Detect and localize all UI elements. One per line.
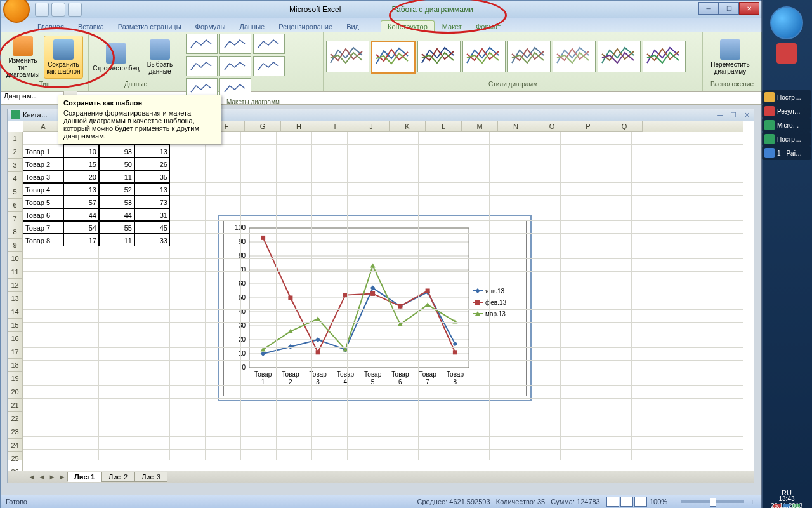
system-clock[interactable]: 13:43 26.11.2013 xyxy=(766,495,807,508)
layout-option[interactable] xyxy=(219,78,251,98)
cell[interactable]: 11 xyxy=(99,234,134,246)
zoom-slider[interactable] xyxy=(681,500,744,503)
qat-undo-icon[interactable] xyxy=(51,3,65,17)
row-header[interactable]: 24 xyxy=(8,439,23,452)
spreadsheet-grid[interactable]: ABCDEFGHIJKLMNOPQ 1234567891011121314151… xyxy=(8,121,754,471)
tab-Вид[interactable]: Вид xyxy=(340,21,365,32)
cell[interactable]: 15 xyxy=(63,157,99,170)
cell[interactable]: 44 xyxy=(63,208,99,221)
column-header[interactable]: I xyxy=(317,121,353,132)
column-header[interactable]: L xyxy=(426,121,462,132)
column-header[interactable]: G xyxy=(245,121,281,132)
sheet-nav-button[interactable]: ► xyxy=(57,473,67,481)
sheet-nav-button[interactable]: ◄ xyxy=(27,473,37,481)
cell[interactable]: 45 xyxy=(134,221,170,234)
style-option[interactable] xyxy=(553,41,596,72)
column-header[interactable]: N xyxy=(498,121,534,132)
cell[interactable]: Товар 7 xyxy=(23,221,63,234)
column-header[interactable]: P xyxy=(570,121,606,132)
row-header[interactable]: 8 xyxy=(8,225,23,239)
close-button[interactable]: ✕ xyxy=(739,2,759,15)
row-header[interactable]: 1 xyxy=(8,132,23,145)
row-header[interactable]: 19 xyxy=(8,372,23,385)
sheet-nav-button[interactable]: ► xyxy=(47,473,57,481)
taskbar-item[interactable]: Резул… xyxy=(762,104,811,118)
taskbar-item[interactable]: Micro… xyxy=(762,118,811,132)
cell[interactable]: 13 xyxy=(63,183,99,196)
cell[interactable]: Товар 1 xyxy=(23,145,63,157)
tab-Формулы[interactable]: Формулы xyxy=(189,21,232,32)
sheet-tab[interactable]: Лист3 xyxy=(134,472,167,482)
column-header[interactable]: K xyxy=(390,121,426,132)
row-header[interactable]: 2 xyxy=(8,145,23,159)
tab-Конструктор[interactable]: Конструктор xyxy=(381,20,435,32)
tab-Данные[interactable]: Данные xyxy=(233,21,271,32)
zoom-out-button[interactable]: − xyxy=(667,498,676,505)
qat-save-icon[interactable] xyxy=(35,3,49,17)
row-header[interactable]: 3 xyxy=(8,159,23,172)
cell[interactable]: 44 xyxy=(99,208,134,221)
tab-Формат[interactable]: Формат xyxy=(469,21,507,32)
cell[interactable]: Товар 5 xyxy=(23,196,63,208)
cell[interactable]: 57 xyxy=(63,196,99,208)
cell[interactable]: 93 xyxy=(99,145,134,157)
start-button[interactable] xyxy=(770,6,803,39)
column-header[interactable]: J xyxy=(353,121,390,132)
name-box[interactable]: Диаграм… xyxy=(1,91,64,104)
tab-Рецензирование[interactable]: Рецензирование xyxy=(272,21,339,32)
cell[interactable]: Товар 2 xyxy=(23,157,63,170)
style-option[interactable] xyxy=(643,41,686,72)
row-header[interactable]: 20 xyxy=(8,385,23,399)
tab-Макет[interactable]: Макет xyxy=(436,21,468,32)
cell[interactable]: 31 xyxy=(134,208,170,221)
sheet-tab[interactable]: Лист1 xyxy=(67,472,102,482)
column-header[interactable]: M xyxy=(462,121,498,132)
cell[interactable]: 13 xyxy=(134,183,170,196)
style-option[interactable] xyxy=(598,41,641,72)
tab-Главная[interactable]: Главная xyxy=(31,21,70,32)
row-header[interactable]: 5 xyxy=(8,185,23,199)
yandex-icon[interactable] xyxy=(776,43,797,64)
chart-styles-gallery[interactable] xyxy=(326,41,688,74)
row-header[interactable]: 17 xyxy=(8,345,23,359)
select-data-button[interactable]: Выбрать данные xyxy=(142,36,178,79)
sheet-tab[interactable]: Лист2 xyxy=(102,472,134,482)
row-header[interactable]: 14 xyxy=(8,305,23,319)
cell[interactable]: 54 xyxy=(63,221,99,234)
cell[interactable]: Товар 6 xyxy=(23,208,63,221)
view-break-icon[interactable] xyxy=(634,497,647,507)
layout-option[interactable] xyxy=(219,56,251,76)
row-header[interactable]: 13 xyxy=(8,292,23,305)
save-as-template-button[interactable]: Сохранить как шаблон xyxy=(44,36,83,79)
row-header[interactable]: 9 xyxy=(8,239,23,252)
qat-redo-icon[interactable] xyxy=(68,3,82,17)
row-header[interactable]: 15 xyxy=(8,319,23,332)
row-header[interactable]: 26 xyxy=(8,465,23,471)
cell[interactable]: 35 xyxy=(134,170,170,183)
taskbar-item[interactable]: Постр… xyxy=(762,90,811,104)
view-layout-icon[interactable] xyxy=(620,497,633,507)
row-header[interactable]: 21 xyxy=(8,399,23,412)
cell[interactable]: 55 xyxy=(99,221,134,234)
sheet-nav-button[interactable]: ◄ xyxy=(37,473,47,481)
row-header[interactable]: 11 xyxy=(8,265,23,279)
taskbar-item[interactable]: 1 - Pai… xyxy=(762,146,811,160)
column-header[interactable]: Q xyxy=(606,121,643,132)
style-option[interactable] xyxy=(371,41,416,74)
minimize-button[interactable]: ─ xyxy=(698,2,719,15)
style-option[interactable] xyxy=(326,41,369,72)
cell[interactable]: 20 xyxy=(63,170,99,183)
style-option[interactable] xyxy=(417,41,461,72)
cell[interactable]: 50 xyxy=(99,157,134,170)
doc-close[interactable]: ✕ xyxy=(744,111,750,119)
style-option[interactable] xyxy=(462,41,506,72)
move-chart-button[interactable]: Переместить диаграмму xyxy=(705,36,755,79)
column-header[interactable]: H xyxy=(281,121,317,132)
cell[interactable]: 52 xyxy=(99,183,134,196)
cell[interactable]: 17 xyxy=(63,234,99,246)
row-header[interactable]: 6 xyxy=(8,199,23,212)
chart-layouts-gallery[interactable] xyxy=(186,34,313,98)
zoom-in-button[interactable]: + xyxy=(748,498,757,505)
cell[interactable]: Товар 4 xyxy=(23,183,63,196)
maximize-button[interactable]: ☐ xyxy=(719,2,739,15)
